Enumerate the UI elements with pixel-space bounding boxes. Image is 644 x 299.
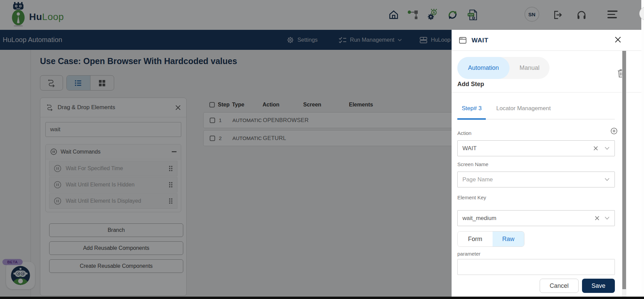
tab-active-indicator bbox=[457, 118, 486, 120]
wait-commands-header[interactable]: Wait Commands bbox=[46, 144, 181, 159]
chevron-down-icon[interactable] bbox=[604, 178, 610, 181]
list-item-label: Wait For Specified Time bbox=[66, 165, 123, 172]
action-select[interactable]: WAIT bbox=[457, 140, 615, 156]
chevron-down-icon[interactable] bbox=[604, 216, 610, 220]
window-icon bbox=[458, 36, 467, 45]
column-header-step: Step bbox=[218, 100, 230, 109]
flow-view-button[interactable] bbox=[40, 75, 63, 91]
row-step: 2 bbox=[219, 131, 222, 146]
form-raw-toggle: Form Raw bbox=[457, 231, 524, 247]
select-all-checkbox[interactable] bbox=[209, 100, 215, 109]
tab-manual[interactable]: Manual bbox=[510, 57, 549, 79]
pause-icon bbox=[54, 181, 62, 189]
add-screen-icon[interactable] bbox=[610, 127, 618, 135]
pause-icon bbox=[54, 164, 62, 173]
clear-icon[interactable] bbox=[595, 216, 600, 221]
headset-icon[interactable] bbox=[576, 9, 587, 21]
screen-name-placeholder: Page Name bbox=[462, 176, 493, 183]
app-screen: HuLoop bbox=[0, 0, 644, 299]
ai-automation-icon[interactable]: A bbox=[426, 9, 438, 20]
drag-drop-header: Drag & Drop Elements bbox=[40, 98, 186, 117]
action-label: Action bbox=[457, 130, 472, 136]
chevron-down-icon bbox=[397, 38, 402, 42]
create-reusable-components-button[interactable]: Create Reusable Components bbox=[49, 259, 183, 273]
nav-run-management-label: Run Management bbox=[350, 37, 394, 43]
drag-drop-panel: Drag & Drop Elements Wait Commands Wait bbox=[40, 98, 187, 296]
element-key-select[interactable]: wait_medium bbox=[457, 210, 615, 226]
nav-settings-label: Settings bbox=[297, 37, 318, 43]
settings-gear-icon bbox=[286, 36, 294, 44]
divider bbox=[452, 92, 641, 93]
row-type: AUTOMATIC bbox=[232, 113, 262, 128]
row-checkbox[interactable] bbox=[210, 113, 215, 128]
toggle-form[interactable]: Form bbox=[458, 232, 493, 246]
drag-drop-title: Drag & Drop Elements bbox=[58, 104, 115, 111]
tab-automation[interactable]: Automation bbox=[457, 57, 510, 79]
add-step-heading: Add Step bbox=[457, 81, 484, 88]
bottom-border bbox=[0, 297, 644, 299]
list-view-button[interactable] bbox=[67, 76, 90, 90]
wait-commands-title: Wait Commands bbox=[61, 149, 101, 155]
nav-huloop-label: HuLoop bbox=[431, 37, 451, 43]
parameter-input[interactable] bbox=[457, 259, 615, 275]
screen-name-label: Screen Name bbox=[457, 161, 489, 167]
pause-icon bbox=[50, 148, 57, 155]
row-checkbox[interactable] bbox=[210, 131, 215, 146]
column-header-screen: Screen bbox=[303, 100, 321, 109]
drag-handle-icon[interactable] bbox=[168, 198, 173, 204]
wait-step-panel: WAIT Automation Manual Add Step Step# 3 … bbox=[452, 30, 641, 297]
list-item-label: Wait Until Element Is Hidden bbox=[66, 182, 134, 188]
mode-toggle: Automation Manual bbox=[457, 57, 549, 79]
chevron-down-icon[interactable] bbox=[604, 146, 610, 150]
column-header-elements: Elements bbox=[349, 100, 373, 109]
branch-button[interactable]: Branch bbox=[49, 223, 183, 237]
assistant-widget[interactable] bbox=[6, 262, 35, 289]
list-item[interactable]: Wait For Specified Time bbox=[49, 161, 178, 176]
tab-step[interactable]: Step# 3 bbox=[462, 105, 482, 112]
list-item[interactable]: Wait Until Element Is Displayed bbox=[49, 193, 178, 209]
svg-text:PDF: PDF bbox=[469, 13, 474, 16]
cancel-button[interactable]: Cancel bbox=[540, 279, 579, 293]
flow-icon bbox=[47, 78, 56, 88]
wait-commands-items: Wait For Specified Time Wait Until Eleme… bbox=[46, 159, 181, 212]
toggle-raw[interactable]: Raw bbox=[493, 232, 524, 246]
nav-settings[interactable]: Settings bbox=[286, 30, 318, 50]
pause-icon bbox=[54, 197, 62, 205]
nav-huloop[interactable]: HuLoop bbox=[419, 30, 451, 50]
page-scroll-gutter[interactable] bbox=[641, 0, 644, 299]
beta-badge: BETA bbox=[2, 259, 23, 265]
add-reusable-components-button[interactable]: Add Reusable Components bbox=[49, 241, 183, 255]
workflow-icon[interactable] bbox=[407, 9, 419, 20]
panel-scrollbar[interactable] bbox=[622, 51, 626, 297]
svg-text:A: A bbox=[433, 11, 435, 15]
save-button[interactable]: Save bbox=[582, 279, 615, 293]
pdf-document-icon[interactable]: PDF bbox=[466, 9, 478, 20]
collapse-minus-icon[interactable] bbox=[172, 151, 176, 152]
robot-avatar-icon bbox=[11, 266, 30, 285]
page-title: Use Case: Open Browser With Hardcoded va… bbox=[40, 56, 237, 66]
list-item[interactable]: Wait Until Element Is Hidden bbox=[49, 177, 178, 193]
tab-locator-management[interactable]: Locator Management bbox=[496, 105, 551, 112]
screen-name-select[interactable]: Page Name bbox=[457, 172, 615, 187]
logout-icon[interactable] bbox=[552, 9, 564, 21]
scrollbar-thumb[interactable] bbox=[622, 51, 626, 289]
panel-title: WAIT bbox=[472, 37, 489, 44]
grid-view-button[interactable] bbox=[90, 76, 114, 90]
panel-close-icon[interactable] bbox=[614, 36, 622, 43]
menu-icon[interactable] bbox=[607, 11, 618, 20]
run-management-icon bbox=[338, 36, 347, 44]
row-action: OPENBROWSER bbox=[263, 113, 309, 128]
huloop-logo[interactable]: HuLoop bbox=[9, 2, 63, 28]
drag-drop-close-icon[interactable] bbox=[175, 105, 181, 111]
drag-handle-icon[interactable] bbox=[168, 181, 173, 188]
user-avatar[interactable]: SN bbox=[524, 7, 539, 22]
nav-run-management[interactable]: Run Management bbox=[338, 30, 402, 50]
content-left-divider bbox=[30, 50, 31, 297]
element-search-input[interactable] bbox=[45, 122, 181, 137]
huloop-logo-icon bbox=[9, 2, 28, 26]
parameter-label: parameter bbox=[457, 251, 480, 257]
clear-icon[interactable] bbox=[593, 146, 598, 151]
home-icon[interactable] bbox=[388, 9, 399, 20]
drag-handle-icon[interactable] bbox=[168, 165, 173, 172]
sync-icon[interactable] bbox=[446, 9, 458, 20]
